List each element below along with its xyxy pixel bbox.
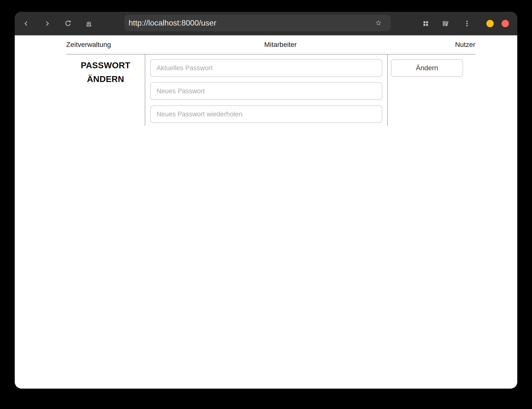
new-password-input[interactable] <box>150 82 382 100</box>
url-bar[interactable]: http://localhost:8000/user <box>124 15 391 31</box>
password-change-section: PASSWORT ÄNDERN Ändern <box>66 55 475 126</box>
minimize-button[interactable] <box>486 20 494 27</box>
tab-overview-button[interactable] <box>422 20 429 27</box>
star-icon <box>375 20 382 26</box>
app-container: Zeitverwaltung Mitarbeiter Nutzer PASSWO… <box>66 35 475 126</box>
kebab-menu-icon <box>463 20 471 27</box>
back-icon <box>23 20 30 27</box>
tab-overview-grid-icon <box>422 20 429 27</box>
repeat-new-password-input[interactable] <box>150 105 382 123</box>
nav-link-zeitverwaltung[interactable]: Zeitverwaltung <box>66 41 111 48</box>
menu-kebab-button[interactable] <box>463 20 471 27</box>
reload-icon <box>64 20 72 27</box>
nav-cell-right: Nutzer <box>388 41 475 49</box>
password-fields-cell <box>145 55 388 126</box>
browser-window: http://localhost:8000/user <box>15 12 517 389</box>
forward-button[interactable] <box>43 20 51 27</box>
web-page: Zeitverwaltung Mitarbeiter Nutzer PASSWO… <box>15 35 517 389</box>
change-password-button[interactable]: Ändern <box>391 59 463 77</box>
back-button[interactable] <box>23 20 30 27</box>
submit-cell: Ändern <box>388 55 475 126</box>
main-nav: Zeitverwaltung Mitarbeiter Nutzer <box>66 35 475 55</box>
section-title-cell: PASSWORT ÄNDERN <box>66 55 145 126</box>
nav-link-nutzer[interactable]: Nutzer <box>455 41 475 48</box>
library-button[interactable] <box>442 20 449 27</box>
screen: { "browser": { "url_field": { "value": "… <box>0 0 532 409</box>
nav-link-mitarbeiter[interactable]: Mitarbeiter <box>264 41 297 48</box>
close-button[interactable] <box>502 20 509 27</box>
new-tab-icon <box>85 20 93 27</box>
bookmark-star-button[interactable] <box>375 20 382 26</box>
current-password-input[interactable] <box>150 59 382 77</box>
library-books-icon <box>442 20 449 27</box>
new-tab-button[interactable] <box>85 20 93 27</box>
page-title: PASSWORT ÄNDERN <box>77 58 134 86</box>
browser-titlebar: http://localhost:8000/user <box>15 12 517 35</box>
reload-button[interactable] <box>64 20 72 27</box>
nav-cell-center: Mitarbeiter <box>145 41 388 49</box>
url-text: http://localhost:8000/user <box>124 15 391 31</box>
forward-icon <box>43 20 51 27</box>
nav-cell-left: Zeitverwaltung <box>66 41 145 49</box>
